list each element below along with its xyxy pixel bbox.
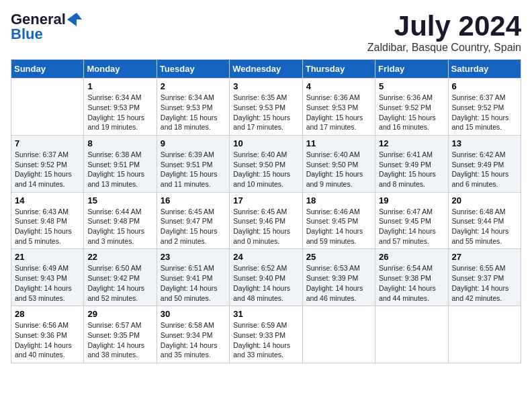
calendar-cell: 21Sunrise: 6:49 AM Sunset: 9:43 PM Dayli… [11,249,84,306]
cell-content: Sunrise: 6:41 AM Sunset: 9:49 PM Dayligh… [379,150,444,189]
day-number: 24 [233,252,298,262]
svg-marker-0 [67,13,82,26]
cell-content: Sunrise: 6:37 AM Sunset: 9:52 PM Dayligh… [15,150,80,189]
calendar-cell: 10Sunrise: 6:40 AM Sunset: 9:50 PM Dayli… [230,135,302,192]
cell-content: Sunrise: 6:43 AM Sunset: 9:48 PM Dayligh… [15,207,80,246]
calendar-body: 1Sunrise: 6:34 AM Sunset: 9:53 PM Daylig… [11,79,521,363]
calendar-cell: 13Sunrise: 6:42 AM Sunset: 9:49 PM Dayli… [448,135,521,192]
cell-content: Sunrise: 6:38 AM Sunset: 9:51 PM Dayligh… [87,150,152,189]
day-number: 26 [379,252,444,262]
day-number: 13 [452,138,517,148]
calendar-cell: 15Sunrise: 6:44 AM Sunset: 9:48 PM Dayli… [84,192,157,249]
calendar-cell: 12Sunrise: 6:41 AM Sunset: 9:49 PM Dayli… [375,135,448,192]
cell-content: Sunrise: 6:36 AM Sunset: 9:53 PM Dayligh… [306,93,371,132]
day-number: 19 [379,195,444,205]
month-title: July 2024 [367,11,521,42]
day-number: 15 [87,195,152,205]
calendar-cell: 27Sunrise: 6:55 AM Sunset: 9:37 PM Dayli… [448,249,521,306]
page-header: General Blue July 2024 Zaldibar, Basque … [11,11,521,54]
logo: General Blue [11,11,82,43]
day-number: 2 [161,81,226,91]
header-day: Monday [84,60,157,79]
header-day: Friday [375,60,448,79]
day-number: 14 [15,195,80,205]
calendar-cell: 14Sunrise: 6:43 AM Sunset: 9:48 PM Dayli… [11,192,84,249]
calendar-cell: 29Sunrise: 6:57 AM Sunset: 9:35 PM Dayli… [84,306,157,363]
calendar-week-row: 7Sunrise: 6:37 AM Sunset: 9:52 PM Daylig… [11,135,521,192]
calendar-cell [11,79,84,136]
day-number: 22 [87,252,152,262]
day-number: 27 [452,252,517,262]
cell-content: Sunrise: 6:51 AM Sunset: 9:41 PM Dayligh… [161,263,226,303]
day-number: 18 [306,195,371,205]
cell-content: Sunrise: 6:57 AM Sunset: 9:35 PM Dayligh… [87,320,152,360]
day-number: 23 [161,252,226,262]
header-day: Saturday [448,60,521,79]
day-number: 4 [306,81,371,91]
calendar-cell: 24Sunrise: 6:52 AM Sunset: 9:40 PM Dayli… [230,249,302,306]
calendar-cell: 8Sunrise: 6:38 AM Sunset: 9:51 PM Daylig… [84,135,157,192]
cell-content: Sunrise: 6:40 AM Sunset: 9:50 PM Dayligh… [306,150,371,189]
calendar-cell [448,306,521,363]
day-number: 10 [233,138,298,148]
cell-content: Sunrise: 6:52 AM Sunset: 9:40 PM Dayligh… [233,263,298,303]
calendar-cell: 9Sunrise: 6:39 AM Sunset: 9:51 PM Daylig… [157,135,229,192]
cell-content: Sunrise: 6:56 AM Sunset: 9:36 PM Dayligh… [15,320,80,360]
calendar-cell: 19Sunrise: 6:47 AM Sunset: 9:45 PM Dayli… [375,192,448,249]
cell-content: Sunrise: 6:47 AM Sunset: 9:45 PM Dayligh… [379,207,444,246]
header-day: Wednesday [230,60,302,79]
day-number: 1 [87,81,152,91]
calendar-cell: 18Sunrise: 6:46 AM Sunset: 9:45 PM Dayli… [302,192,375,249]
day-number: 25 [306,252,371,262]
calendar-header: SundayMondayTuesdayWednesdayThursdayFrid… [11,60,521,79]
header-day: Tuesday [157,60,229,79]
calendar-week-row: 21Sunrise: 6:49 AM Sunset: 9:43 PM Dayli… [11,249,521,306]
cell-content: Sunrise: 6:34 AM Sunset: 9:53 PM Dayligh… [87,93,152,132]
calendar-week-row: 28Sunrise: 6:56 AM Sunset: 9:36 PM Dayli… [11,306,521,363]
cell-content: Sunrise: 6:54 AM Sunset: 9:38 PM Dayligh… [379,263,444,303]
header-row: SundayMondayTuesdayWednesdayThursdayFrid… [11,60,521,79]
calendar-cell: 11Sunrise: 6:40 AM Sunset: 9:50 PM Dayli… [302,135,375,192]
calendar-cell: 6Sunrise: 6:37 AM Sunset: 9:52 PM Daylig… [448,79,521,136]
day-number: 5 [379,81,444,91]
calendar-cell: 4Sunrise: 6:36 AM Sunset: 9:53 PM Daylig… [302,79,375,136]
day-number: 9 [161,138,226,148]
calendar-cell: 3Sunrise: 6:35 AM Sunset: 9:53 PM Daylig… [230,79,302,136]
cell-content: Sunrise: 6:59 AM Sunset: 9:33 PM Dayligh… [233,320,298,360]
cell-content: Sunrise: 6:49 AM Sunset: 9:43 PM Dayligh… [15,263,80,303]
cell-content: Sunrise: 6:40 AM Sunset: 9:50 PM Dayligh… [233,150,298,189]
cell-content: Sunrise: 6:44 AM Sunset: 9:48 PM Dayligh… [87,207,152,246]
header-day: Sunday [11,60,84,79]
day-number: 17 [233,195,298,205]
cell-content: Sunrise: 6:53 AM Sunset: 9:39 PM Dayligh… [306,263,371,303]
logo-arrow-icon [67,13,82,26]
cell-content: Sunrise: 6:42 AM Sunset: 9:49 PM Dayligh… [452,150,517,189]
logo-blue-text: Blue [11,26,43,43]
calendar-cell: 31Sunrise: 6:59 AM Sunset: 9:33 PM Dayli… [230,306,302,363]
location: Zaldibar, Basque Country, Spain [367,42,521,54]
day-number: 12 [379,138,444,148]
calendar-cell: 7Sunrise: 6:37 AM Sunset: 9:52 PM Daylig… [11,135,84,192]
calendar-cell [375,306,448,363]
day-number: 20 [452,195,517,205]
calendar-cell: 17Sunrise: 6:45 AM Sunset: 9:46 PM Dayli… [230,192,302,249]
day-number: 3 [233,81,298,91]
cell-content: Sunrise: 6:58 AM Sunset: 9:34 PM Dayligh… [161,320,226,360]
day-number: 21 [15,252,80,262]
calendar-cell: 26Sunrise: 6:54 AM Sunset: 9:38 PM Dayli… [375,249,448,306]
calendar-week-row: 14Sunrise: 6:43 AM Sunset: 9:48 PM Dayli… [11,192,521,249]
cell-content: Sunrise: 6:45 AM Sunset: 9:47 PM Dayligh… [161,207,226,246]
calendar-cell [302,306,375,363]
calendar-cell: 1Sunrise: 6:34 AM Sunset: 9:53 PM Daylig… [84,79,157,136]
calendar-cell: 25Sunrise: 6:53 AM Sunset: 9:39 PM Dayli… [302,249,375,306]
cell-content: Sunrise: 6:55 AM Sunset: 9:37 PM Dayligh… [452,263,517,303]
day-number: 31 [233,309,298,319]
day-number: 6 [452,81,517,91]
cell-content: Sunrise: 6:36 AM Sunset: 9:52 PM Dayligh… [379,93,444,132]
calendar-cell: 28Sunrise: 6:56 AM Sunset: 9:36 PM Dayli… [11,306,84,363]
calendar-week-row: 1Sunrise: 6:34 AM Sunset: 9:53 PM Daylig… [11,79,521,136]
day-number: 8 [87,138,152,148]
calendar-cell: 22Sunrise: 6:50 AM Sunset: 9:42 PM Dayli… [84,249,157,306]
calendar-cell: 30Sunrise: 6:58 AM Sunset: 9:34 PM Dayli… [157,306,229,363]
title-block: July 2024 Zaldibar, Basque Country, Spai… [367,11,521,54]
